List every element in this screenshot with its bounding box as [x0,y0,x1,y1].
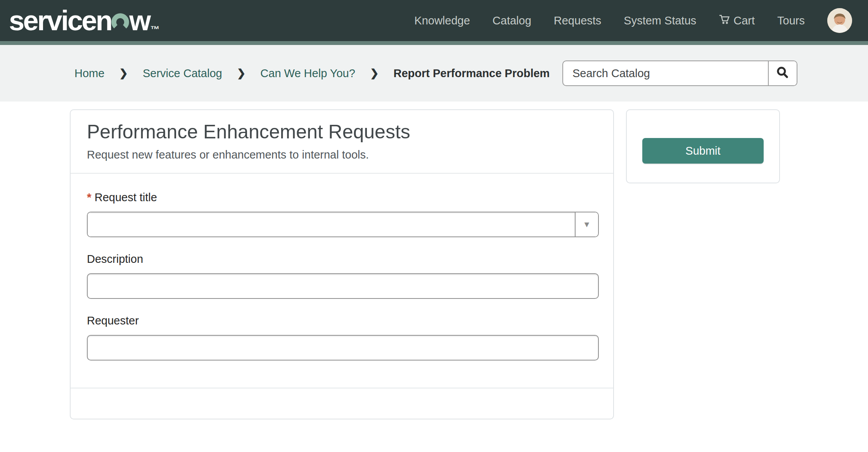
field-label: Requester [87,314,597,327]
trademark-symbol: ™ [150,25,160,34]
submit-card: Submit [626,109,780,183]
header-accent-strip [0,41,868,45]
search-button[interactable] [768,61,797,85]
submit-button[interactable]: Submit [642,138,764,164]
catalog-item-form: * Request title ▼ Description Re [71,174,613,388]
breadcrumb-current-page: Report Performance Problem [394,67,550,80]
catalog-item-card: Performance Enhancement Requests Request… [70,109,614,419]
request-title-combo: ▼ [87,212,599,237]
nav-label: Cart [733,14,755,27]
catalog-item-footer [71,388,613,419]
logo-text-left: servicen [9,7,111,35]
nav-label: Catalog [493,14,531,27]
breadcrumb-link-service-catalog[interactable]: Service Catalog [143,67,222,80]
nav-item-tours[interactable]: Tours [777,14,805,27]
field-label: Description [87,253,597,266]
field-label-text: Requester [87,314,139,327]
breadcrumb: Home ❯ Service Catalog ❯ Can We Help You… [74,67,550,80]
search-input[interactable] [563,61,768,85]
field-label-text: Request title [95,191,157,204]
nav-item-system-status[interactable]: System Status [624,14,696,27]
catalog-search [562,60,797,86]
breadcrumb-link-can-we-help-you[interactable]: Can We Help You? [260,67,355,80]
page-subtitle: Request new features or enhancements to … [87,148,597,161]
top-nav: servicenw™ Knowledge Catalog Requests Sy… [0,0,868,41]
logo-text-right: w [129,7,150,35]
chevron-right-icon: ❯ [237,67,246,79]
requester-input[interactable] [87,335,599,361]
dropdown-arrow-icon: ▼ [583,220,591,229]
breadcrumb-bar: Home ❯ Service Catalog ❯ Can We Help You… [0,45,868,102]
nav-item-catalog[interactable]: Catalog [493,14,531,27]
field-description: Description [87,253,597,299]
cart-icon [719,14,730,28]
field-request-title: * Request title ▼ [87,191,597,237]
user-avatar[interactable] [827,8,852,33]
page-title: Performance Enhancement Requests [87,119,597,145]
field-label-text: Description [87,253,143,266]
request-title-input[interactable] [88,212,575,236]
nav-item-cart[interactable]: Cart [719,14,755,28]
required-marker: * [87,191,92,204]
servicenow-ring-icon [111,7,129,35]
nav-label: Requests [554,14,602,27]
nav-label: Tours [777,14,805,27]
field-requester: Requester [87,314,597,361]
nav-label: Knowledge [414,14,470,27]
catalog-item-header: Performance Enhancement Requests Request… [71,110,613,173]
chevron-right-icon: ❯ [370,67,379,79]
nav-item-requests[interactable]: Requests [554,14,602,27]
search-icon [776,66,790,81]
nav-label: System Status [624,14,696,27]
chevron-right-icon: ❯ [119,67,128,79]
breadcrumb-link-home[interactable]: Home [74,67,104,80]
description-input[interactable] [87,273,599,299]
request-title-dropdown-button[interactable]: ▼ [575,212,598,236]
nav-menu: Knowledge Catalog Requests System Status… [414,14,805,28]
nav-item-knowledge[interactable]: Knowledge [414,14,470,27]
servicenow-logo[interactable]: servicenw™ [9,7,159,35]
main-content: Performance Enhancement Requests Request… [0,102,868,419]
field-label: * Request title [87,191,597,204]
